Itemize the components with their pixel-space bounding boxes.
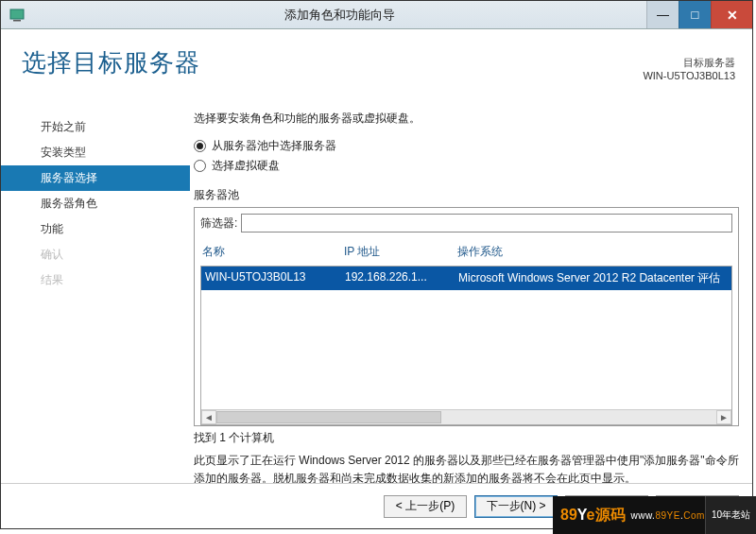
result-count: 找到 1 个计算机 bbox=[194, 430, 739, 446]
watermark: 89Ye源码 www.89YE.Com 10年老站 bbox=[553, 496, 756, 534]
cell-os: Microsoft Windows Server 2012 R2 Datacen… bbox=[458, 270, 728, 286]
server-grid: WIN-U5TOJ3B0L13 192.168.226.1... Microso… bbox=[200, 266, 732, 425]
window-controls: — □ ✕ bbox=[646, 1, 752, 28]
maximize-button[interactable]: □ bbox=[679, 1, 711, 28]
next-button[interactable]: 下一步(N) > bbox=[474, 495, 558, 518]
step-before-you-begin[interactable]: 开始之前 bbox=[1, 114, 190, 140]
previous-button[interactable]: < 上一步(P) bbox=[384, 495, 467, 518]
app-icon bbox=[1, 8, 33, 23]
titlebar: 添加角色和功能向导 — □ ✕ bbox=[1, 1, 752, 29]
watermark-tag: 10年老站 bbox=[705, 496, 756, 534]
minimize-button[interactable]: — bbox=[646, 1, 679, 28]
target-server-box: 目标服务器 WIN-U5TOJ3B0L13 bbox=[643, 46, 752, 111]
instruction-text: 选择要安装角色和功能的服务器或虚拟硬盘。 bbox=[194, 111, 739, 127]
steps-sidebar: 开始之前 安装类型 服务器选择 服务器角色 功能 确认 结果 bbox=[1, 111, 190, 534]
step-features[interactable]: 功能 bbox=[1, 216, 190, 242]
filter-label: 筛选器: bbox=[200, 215, 237, 232]
watermark-logo: 89Ye源码 bbox=[560, 506, 626, 525]
svg-rect-0 bbox=[10, 9, 24, 19]
content-row: 开始之前 安装类型 服务器选择 服务器角色 功能 确认 结果 选择要安装角色和功… bbox=[1, 111, 752, 534]
radio-vhd[interactable]: 选择虚拟硬盘 bbox=[194, 158, 739, 174]
scroll-thumb[interactable] bbox=[216, 411, 441, 423]
main-panel: 选择要安装角色和功能的服务器或虚拟硬盘。 从服务器池中选择服务器 选择虚拟硬盘 … bbox=[190, 111, 752, 534]
step-server-roles[interactable]: 服务器角色 bbox=[1, 191, 190, 216]
page-title: 选择目标服务器 bbox=[22, 46, 200, 111]
cell-ip: 192.168.226.1... bbox=[345, 270, 458, 286]
col-name[interactable]: 名称 bbox=[202, 244, 344, 260]
step-results: 结果 bbox=[1, 267, 190, 293]
filter-input[interactable] bbox=[241, 214, 732, 233]
watermark-url: www.89YE.Com bbox=[631, 510, 705, 521]
window-title: 添加角色和功能向导 bbox=[33, 7, 646, 24]
server-pool-box: 筛选器: 名称 IP 地址 操作系统 WIN-U5TOJ3B0L13 192.1… bbox=[194, 207, 739, 426]
scroll-right-icon[interactable]: ► bbox=[716, 410, 731, 424]
scroll-track[interactable] bbox=[216, 410, 716, 424]
page-note: 此页显示了正在运行 Windows Server 2012 的服务器以及那些已经… bbox=[194, 452, 739, 487]
svg-rect-1 bbox=[13, 20, 21, 22]
server-pool-label: 服务器池 bbox=[194, 187, 739, 203]
table-header: 名称 IP 地址 操作系统 bbox=[195, 238, 738, 266]
target-label: 目标服务器 bbox=[643, 56, 735, 70]
page-header: 选择目标服务器 目标服务器 WIN-U5TOJ3B0L13 bbox=[1, 29, 752, 111]
radio-icon bbox=[194, 140, 206, 152]
col-os[interactable]: 操作系统 bbox=[457, 244, 730, 260]
filter-row: 筛选器: bbox=[195, 208, 738, 238]
radio-label: 选择虚拟硬盘 bbox=[212, 158, 280, 174]
cell-name: WIN-U5TOJ3B0L13 bbox=[205, 270, 345, 286]
radio-label: 从服务器池中选择服务器 bbox=[212, 138, 336, 154]
wizard-window: 添加角色和功能向导 — □ ✕ 选择目标服务器 目标服务器 WIN-U5TOJ3… bbox=[0, 0, 753, 529]
step-install-type[interactable]: 安装类型 bbox=[1, 140, 190, 165]
target-name: WIN-U5TOJ3B0L13 bbox=[643, 70, 735, 81]
scroll-left-icon[interactable]: ◄ bbox=[201, 410, 216, 424]
step-confirmation: 确认 bbox=[1, 242, 190, 267]
radio-icon bbox=[194, 160, 206, 172]
table-row[interactable]: WIN-U5TOJ3B0L13 192.168.226.1... Microso… bbox=[201, 267, 731, 290]
col-ip[interactable]: IP 地址 bbox=[344, 244, 457, 260]
close-button[interactable]: ✕ bbox=[711, 1, 752, 28]
step-server-selection[interactable]: 服务器选择 bbox=[1, 165, 190, 191]
horizontal-scrollbar[interactable]: ◄ ► bbox=[201, 409, 731, 424]
radio-from-pool[interactable]: 从服务器池中选择服务器 bbox=[194, 138, 739, 154]
